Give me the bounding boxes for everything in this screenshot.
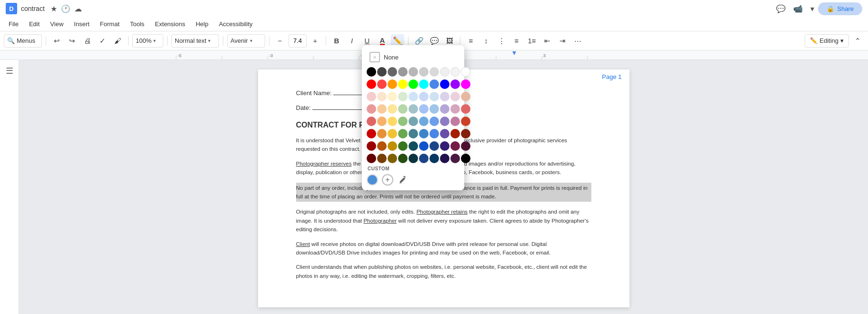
bold-button[interactable]: B: [330, 34, 343, 48]
custom-color-circle[interactable]: [367, 174, 378, 186]
eyedropper-button[interactable]: [397, 174, 409, 186]
swatch-r8-2[interactable]: [377, 154, 387, 163]
font-size-input[interactable]: 7.4: [289, 34, 307, 48]
swatch-r4-10[interactable]: [461, 104, 470, 114]
menu-help[interactable]: Help: [191, 19, 213, 29]
swatch-r3-10[interactable]: [461, 92, 470, 101]
swatch-green[interactable]: [409, 79, 418, 89]
swatch-nearlyw[interactable]: [450, 67, 460, 77]
increase-indent-button[interactable]: ⇥: [556, 34, 569, 48]
swatch-r5-9[interactable]: [450, 117, 460, 126]
swatch-white[interactable]: [461, 67, 470, 77]
font-size-increase-button[interactable]: +: [309, 34, 322, 48]
menu-insert[interactable]: Insert: [69, 19, 94, 29]
undo-button[interactable]: ↩: [50, 34, 63, 48]
menu-file[interactable]: File: [4, 19, 23, 29]
swatch-lightgray2[interactable]: [419, 67, 429, 77]
swatch-lightred[interactable]: [377, 79, 387, 89]
swatch-r7-10[interactable]: [461, 141, 470, 151]
swatch-r5-10[interactable]: [461, 117, 470, 126]
swatch-r7-7[interactable]: [429, 141, 439, 151]
swatch-r8-7[interactable]: [429, 154, 439, 163]
swatch-purple[interactable]: [450, 79, 460, 89]
swatch-r4-4[interactable]: [398, 104, 408, 114]
swatch-r6-8[interactable]: [440, 129, 449, 138]
paragraph-style-dropdown[interactable]: Normal text ▾: [171, 34, 219, 48]
swatch-r5-3[interactable]: [388, 117, 397, 126]
swatch-darkgray1[interactable]: [377, 67, 387, 77]
swatch-r8-6[interactable]: [419, 154, 429, 163]
swatch-lightgray1[interactable]: [409, 67, 418, 77]
swatch-r3-8[interactable]: [440, 92, 449, 101]
swatch-magenta[interactable]: [461, 79, 470, 89]
swatch-r3-1[interactable]: [367, 92, 376, 101]
swatch-r4-8[interactable]: [440, 104, 449, 114]
swatch-r3-9[interactable]: [450, 92, 460, 101]
swatch-r8-5[interactable]: [409, 154, 418, 163]
swatch-r4-1[interactable]: [367, 104, 376, 114]
menu-tools[interactable]: Tools: [125, 19, 149, 29]
share-button[interactable]: 🔒 Share: [818, 2, 862, 15]
swatch-r6-2[interactable]: [377, 129, 387, 138]
cloud-icon[interactable]: ☁: [74, 4, 82, 13]
swatch-r6-7[interactable]: [429, 129, 439, 138]
collapse-toolbar-button[interactable]: ⌃: [851, 34, 864, 48]
list-options-button[interactable]: ⋮: [495, 34, 508, 48]
swatch-gray[interactable]: [398, 67, 408, 77]
redo-button[interactable]: ↪: [65, 34, 79, 48]
swatch-r5-6[interactable]: [419, 117, 429, 126]
history-icon[interactable]: 🕐: [61, 4, 70, 13]
spellcheck-button[interactable]: ✓: [96, 34, 109, 48]
swatch-yellow[interactable]: [398, 79, 408, 89]
swatch-r3-6[interactable]: [419, 92, 429, 101]
swatch-r5-8[interactable]: [440, 117, 449, 126]
swatch-r7-2[interactable]: [377, 141, 387, 151]
swatch-r3-7[interactable]: [429, 92, 439, 101]
swatch-r4-6[interactable]: [419, 104, 429, 114]
video-icon[interactable]: 📹: [793, 4, 803, 13]
menu-extensions[interactable]: Extensions: [150, 19, 190, 29]
swatch-r8-4[interactable]: [398, 154, 408, 163]
swatch-r3-2[interactable]: [377, 92, 387, 101]
swatch-r7-4[interactable]: [398, 141, 408, 151]
swatch-r7-3[interactable]: [388, 141, 397, 151]
font-size-decrease-button[interactable]: −: [273, 34, 287, 48]
line-spacing-button[interactable]: ↕: [479, 34, 493, 48]
swatch-r8-1[interactable]: [367, 154, 376, 163]
swatch-red[interactable]: [367, 79, 376, 89]
more-accounts-icon[interactable]: ▾: [810, 4, 814, 13]
swatch-r7-1[interactable]: [367, 141, 376, 151]
menu-format[interactable]: Format: [95, 19, 124, 29]
numbered-list-button[interactable]: 1≡: [525, 34, 539, 48]
bullet-list-button[interactable]: ≡: [510, 34, 523, 48]
swatch-r8-8[interactable]: [440, 154, 449, 163]
swatch-r8-9[interactable]: [450, 154, 460, 163]
swatch-cornblue[interactable]: [429, 79, 439, 89]
swatch-r4-3[interactable]: [388, 104, 397, 114]
swatch-darkgray2[interactable]: [388, 67, 397, 77]
swatch-r5-1[interactable]: [367, 117, 376, 126]
swatch-black[interactable]: [367, 67, 376, 77]
star-icon[interactable]: ★: [50, 4, 57, 13]
italic-button[interactable]: I: [345, 34, 359, 48]
none-option[interactable]: ✕ None: [367, 50, 459, 64]
more-options-button[interactable]: ⋯: [571, 34, 584, 48]
swatch-r7-8[interactable]: [440, 141, 449, 151]
swatch-r6-3[interactable]: [388, 129, 397, 138]
swatch-r4-7[interactable]: [429, 104, 439, 114]
swatch-orange[interactable]: [388, 79, 397, 89]
swatch-r5-2[interactable]: [377, 117, 387, 126]
add-custom-color-button[interactable]: +: [382, 174, 393, 186]
decrease-indent-button[interactable]: ⇤: [540, 34, 554, 48]
swatch-r6-4[interactable]: [398, 129, 408, 138]
comment-system-icon[interactable]: 💬: [776, 4, 786, 13]
swatch-r4-2[interactable]: [377, 104, 387, 114]
swatch-r7-5[interactable]: [409, 141, 418, 151]
paint-format-button[interactable]: 🖌: [111, 34, 124, 48]
menu-edit[interactable]: Edit: [24, 19, 44, 29]
swatch-r4-5[interactable]: [409, 104, 418, 114]
swatch-verylightgray[interactable]: [440, 67, 449, 77]
swatch-r6-6[interactable]: [419, 129, 429, 138]
swatch-r5-5[interactable]: [409, 117, 418, 126]
swatch-r6-5[interactable]: [409, 129, 418, 138]
